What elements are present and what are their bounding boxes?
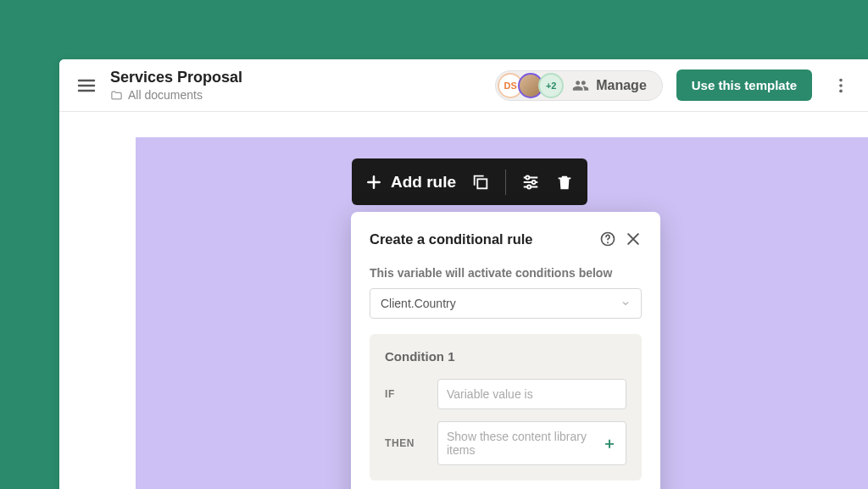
- popover-header: Create a conditional rule: [370, 231, 642, 247]
- then-placeholder: Show these content library items: [447, 430, 602, 457]
- menu-icon[interactable]: [76, 75, 97, 96]
- collaborators-group: DS +2 Manage: [495, 70, 663, 101]
- plus-icon: ＋: [602, 433, 617, 453]
- variable-label: This variable will activate conditions b…: [370, 266, 642, 280]
- svg-point-5: [532, 180, 536, 183]
- svg-point-2: [839, 89, 843, 92]
- svg-point-6: [527, 185, 531, 188]
- copy-icon[interactable]: [471, 173, 490, 192]
- app-window: Services Proposal All documents DS +2 Ma…: [59, 59, 868, 489]
- help-icon[interactable]: [599, 231, 616, 247]
- breadcrumb-label: All documents: [128, 88, 203, 102]
- topbar: Services Proposal All documents DS +2 Ma…: [59, 59, 868, 112]
- breadcrumb[interactable]: All documents: [110, 88, 242, 102]
- settings-sliders-icon[interactable]: [521, 173, 540, 192]
- add-rule-label: Add rule: [391, 173, 456, 192]
- document-canvas[interactable]: Add rule Create a conditional rule: [136, 137, 868, 489]
- if-row: IF Variable value is: [385, 379, 626, 409]
- svg-point-0: [839, 78, 843, 81]
- conditional-rule-popover: Create a conditional rule This variable …: [351, 212, 660, 489]
- more-icon[interactable]: [831, 75, 851, 96]
- manage-button[interactable]: Manage: [564, 77, 660, 94]
- avatar-extra-count[interactable]: +2: [538, 73, 564, 98]
- svg-point-1: [839, 84, 843, 87]
- if-placeholder: Variable value is: [447, 387, 533, 401]
- variable-selected-value: Client.Country: [381, 297, 456, 310]
- canvas-area: Add rule Create a conditional rule: [59, 112, 868, 489]
- svg-rect-3: [477, 179, 487, 188]
- title-area: Services Proposal All documents: [110, 69, 242, 102]
- then-row: THEN Show these content library items ＋: [385, 421, 626, 465]
- close-icon[interactable]: [625, 231, 642, 247]
- condition-title: Condition 1: [385, 349, 626, 364]
- condition-box: Condition 1 IF Variable value is THEN Sh…: [370, 334, 642, 481]
- chevron-down-icon: [620, 298, 631, 308]
- if-input[interactable]: Variable value is: [437, 379, 626, 409]
- add-rule-button[interactable]: Add rule: [365, 173, 456, 192]
- rule-toolbar: Add rule: [352, 158, 587, 205]
- folder-icon: [110, 89, 123, 102]
- then-label: THEN: [385, 437, 424, 449]
- people-icon: [572, 77, 589, 94]
- divider: [505, 169, 506, 195]
- variable-select[interactable]: Client.Country: [370, 288, 642, 319]
- svg-point-8: [607, 242, 609, 243]
- then-input[interactable]: Show these content library items ＋: [437, 421, 626, 465]
- plus-icon: [365, 174, 382, 191]
- manage-label: Manage: [596, 78, 647, 93]
- use-template-button[interactable]: Use this template: [676, 69, 812, 101]
- popover-title: Create a conditional rule: [370, 231, 591, 247]
- page-title: Services Proposal: [110, 69, 242, 86]
- trash-icon[interactable]: [555, 173, 574, 192]
- svg-point-4: [526, 175, 529, 179]
- if-label: IF: [385, 388, 424, 400]
